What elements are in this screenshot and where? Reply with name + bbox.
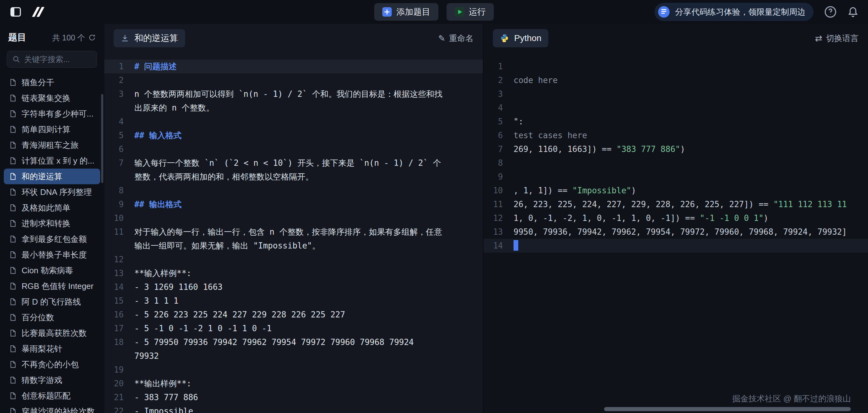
problem-line-text <box>134 73 443 87</box>
code-line[interactable]: 8 <box>484 156 868 170</box>
sidebar-toggle-icon[interactable] <box>9 6 22 18</box>
problem-line[interactable]: 18- 5 79950 79936 79942 79962 79954 7997… <box>104 335 483 363</box>
problem-sidebar: 题目 共 100 个 猫鱼分干链表聚集交换字符串有多少种可...简单四则计算青海… <box>0 24 104 413</box>
topbar: 添加题目 运行 分享代码练习体验，领限量定制周边 <box>0 0 868 24</box>
sidebar-item-label: 穿越沙漠的补给次数 <box>22 406 95 413</box>
problem-line[interactable]: 4 <box>104 115 483 128</box>
code-line[interactable]: 7269, 1160, 1663]) == "383 777 886") <box>484 142 868 156</box>
bell-icon[interactable] <box>847 6 859 18</box>
code-line[interactable]: 3 <box>484 87 868 101</box>
problem-line[interactable]: 9## 输出格式 <box>104 198 483 211</box>
sidebar-item[interactable]: Cion 勒索病毒 <box>4 263 100 278</box>
editor-horizontal-scrollbar[interactable] <box>604 407 851 411</box>
sidebar-item-label: 阿 D 的飞行路线 <box>22 296 81 307</box>
problem-line[interactable]: 8 <box>104 184 483 198</box>
problem-line[interactable]: 16- 5 226 223 225 224 227 229 228 226 22… <box>104 308 483 322</box>
sidebar-item[interactable]: 最小替换子串长度 <box>4 247 100 263</box>
sidebar-item[interactable]: 链表聚集交换 <box>4 90 100 106</box>
code-line[interactable]: 5": <box>484 115 868 128</box>
code-line[interactable]: 139950, 79936, 79942, 79962, 79954, 7997… <box>484 225 868 239</box>
problem-title-pill[interactable]: 和的逆运算 <box>114 29 185 47</box>
code-line-text <box>514 101 868 115</box>
line-number: 14 <box>484 239 514 253</box>
problem-line[interactable]: 21- 383 777 886 <box>104 390 483 404</box>
problem-line[interactable]: 17- 5 -1 0 -1 -2 1 0 -1 1 0 -1 <box>104 322 483 335</box>
sidebar-item[interactable]: 及格如此简单 <box>4 200 100 215</box>
sidebar-item[interactable]: 创意标题匹配 <box>4 388 100 404</box>
code-line[interactable]: 10, 1, 1]) == "Impossible") <box>484 184 868 198</box>
sidebar-item[interactable]: RGB 色值转 Integer <box>4 278 100 294</box>
help-icon[interactable] <box>824 6 837 18</box>
run-button[interactable]: 运行 <box>446 3 494 21</box>
rename-button[interactable]: ✎ 重命名 <box>438 33 473 44</box>
language-pill[interactable]: Python <box>493 29 548 47</box>
problem-line[interactable]: 11对于输入的每一行，输出一行，包含 n 个整数，按非降序排序，如果有多组解，任… <box>104 225 483 253</box>
problem-line[interactable]: 13**输入样例**: <box>104 266 483 280</box>
code-line[interactable]: 6test cases here <box>484 128 868 142</box>
code-line[interactable]: 1 <box>484 60 868 73</box>
problem-line-text: - Impossible <box>134 404 443 413</box>
problem-line[interactable]: 2 <box>104 73 483 87</box>
sidebar-item[interactable]: 不再贪心的小包 <box>4 357 100 372</box>
code-editor[interactable]: 12code here345":6test cases here7269, 11… <box>484 53 868 413</box>
problem-line[interactable]: 5## 输入格式 <box>104 128 483 142</box>
line-number: 7 <box>104 156 134 170</box>
pencil-icon: ✎ <box>438 33 445 43</box>
code-line[interactable]: 1126, 223, 225, 224, 227, 229, 228, 226,… <box>484 198 868 211</box>
problem-line[interactable]: 12 <box>104 253 483 266</box>
sidebar-item[interactable]: 暴雨梨花针 <box>4 341 100 357</box>
problem-line[interactable]: 3n 个整数两两相加可以得到 `n(n - 1) / 2` 个和。我们的目标是：… <box>104 87 483 115</box>
problem-line-text: - 383 777 886 <box>134 390 443 404</box>
problem-line[interactable]: 10 <box>104 211 483 225</box>
code-line-text <box>514 60 868 73</box>
sidebar-item-label: 青海湖租车之旅 <box>22 140 79 151</box>
code-line[interactable]: 14 <box>484 239 868 253</box>
sidebar-scrollbar[interactable] <box>101 94 103 183</box>
sidebar-item[interactable]: 简单四则计算 <box>4 122 100 137</box>
sidebar-item[interactable]: 猜数字游戏 <box>4 372 100 388</box>
problem-line[interactable]: 22- Impossible <box>104 404 483 413</box>
problem-line-text: - 3 1269 1160 1663 <box>134 280 443 294</box>
sidebar-item[interactable]: 进制求和转换 <box>4 215 100 231</box>
sidebar-item[interactable]: 计算位置 x 到 y 的... <box>4 153 100 169</box>
add-problem-button[interactable]: 添加题目 <box>374 3 438 21</box>
app-logo-icon[interactable] <box>31 6 46 18</box>
problem-line[interactable]: 7输入每行一个整数 `n` (`2 < n < 10`) 开头，接下来是 `n(… <box>104 156 483 184</box>
problem-line-text: ## 输入格式 <box>134 128 443 142</box>
line-number: 18 <box>104 335 134 349</box>
code-line-text <box>514 156 868 170</box>
switch-language-button[interactable]: ⇄ 切换语言 <box>815 33 859 44</box>
refresh-icon[interactable] <box>88 34 96 41</box>
doc-icon <box>9 251 17 259</box>
sidebar-item[interactable]: 字符串有多少种可... <box>4 106 100 122</box>
book-icon <box>658 6 670 18</box>
problem-editor[interactable]: 1# 问题描述23n 个整数两两相加可以得到 `n(n - 1) / 2` 个和… <box>104 53 483 413</box>
sidebar-item[interactable]: 百分位数 <box>4 309 100 325</box>
search-input[interactable] <box>24 55 125 64</box>
problem-line[interactable]: 1# 问题描述 <box>104 60 483 73</box>
problem-line-text: **输出样例**: <box>134 377 443 390</box>
sidebar-item[interactable]: 猫鱼分干 <box>4 75 100 90</box>
problem-line[interactable]: 20**输出样例**: <box>104 377 483 390</box>
line-number: 8 <box>484 156 514 170</box>
problem-line[interactable]: 14- 3 1269 1160 1663 <box>104 280 483 294</box>
problem-line[interactable]: 15- 3 1 1 1 <box>104 294 483 308</box>
sidebar-item[interactable]: 穿越沙漠的补给次数 <box>4 404 100 413</box>
sidebar-item[interactable]: 青海湖租车之旅 <box>4 137 100 153</box>
sidebar-item[interactable]: 环状 DNA 序列整理 <box>4 184 100 200</box>
sidebar-item[interactable]: 和的逆运算 <box>4 169 100 184</box>
sidebar-item[interactable]: 比赛最高获胜次数 <box>4 325 100 341</box>
share-banner[interactable]: 分享代码练习体验，领限量定制周边 <box>654 3 813 21</box>
code-line[interactable]: 121, 0, -1, -2, 1, 0, -1, 1, 0, -1]) == … <box>484 211 868 225</box>
problem-line[interactable]: 19 <box>104 363 483 377</box>
sidebar-item[interactable]: 阿 D 的飞行路线 <box>4 294 100 309</box>
sidebar-item[interactable]: 拿到最多红包金额 <box>4 231 100 247</box>
code-line[interactable]: 9 <box>484 170 868 184</box>
problem-line[interactable]: 6 <box>104 142 483 156</box>
line-number: 13 <box>104 266 134 280</box>
problem-line-text <box>134 115 443 128</box>
code-line[interactable]: 4 <box>484 101 868 115</box>
line-number: 5 <box>484 115 514 128</box>
code-line[interactable]: 2code here <box>484 73 868 87</box>
problem-line-text: **输入样例**: <box>134 266 443 280</box>
